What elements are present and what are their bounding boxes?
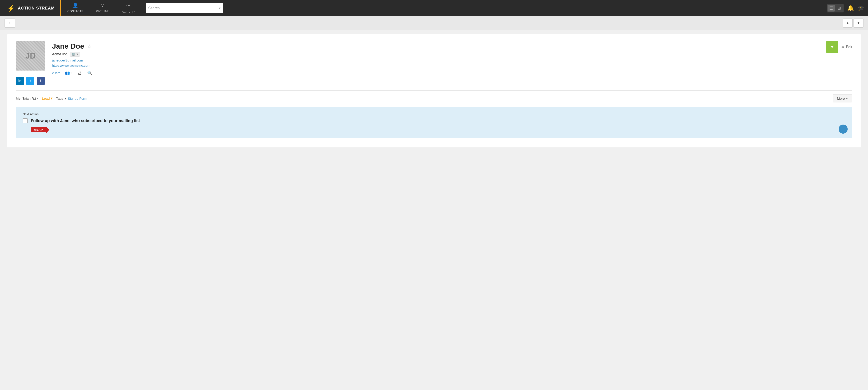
magic-button[interactable]: ✦ [826,41,838,53]
nav-contacts-label: CONTACTS [67,9,84,13]
lead-button[interactable]: Lead ▾ [42,96,53,100]
nav-pipeline[interactable]: ⋎ PIPELINE [90,0,116,16]
brand-name: ACTION STREAM [18,6,55,11]
nav-arrows: ▲ ▼ [843,19,864,28]
nav-right: ☰ ⊞ 🔔 🎓 [827,4,864,12]
add-contact-button[interactable]: 👥+ [64,70,73,77]
brand-icon: ⚡ [7,4,15,12]
magic-icon: ✦ [830,44,834,50]
contact-info: Jane Doe ☆ Acme Inc. 🏢 ▾ janedoe@gmail.c… [52,41,819,77]
next-button[interactable]: ▼ [854,19,864,28]
contact-actions-row: vCard 👥+ 🖨 🔍 [52,70,819,77]
nav-activity[interactable]: 〜 ACTIVITY [116,0,142,16]
lead-caret-icon: ▾ [51,96,53,100]
nav-activity-label: ACTIVITY [122,10,135,13]
toolbar: ← ▲ ▼ [0,16,868,30]
contact-website[interactable]: https://www.acmeinc.com [52,63,819,67]
back-button[interactable]: ← [4,19,16,28]
divider [16,90,852,91]
action-checkbox[interactable] [23,118,28,123]
grid-view-button[interactable]: ⊞ [836,5,843,11]
main-content: JD in t f Jane Doe ☆ Acme Inc. 🏢 ▾ janed… [7,34,861,147]
company-button[interactable]: 🏢 ▾ [70,52,80,57]
contact-name: Jane Doe [52,42,84,51]
help-button[interactable]: 🎓 [858,5,864,11]
lead-label: Lead [42,96,50,100]
search-dropdown-button[interactable]: ▾ [219,6,221,10]
status-left: Me (Brian R.) ▾ Lead ▾ Tags ▾ Signup For… [16,96,87,100]
prev-button[interactable]: ▲ [843,19,852,28]
company-name: Acme Inc. [52,52,68,56]
twitter-icon[interactable]: t [26,77,34,85]
add-contact-icon: 👥+ [65,71,72,75]
tags-row: Tags ▾ Signup Form [56,96,87,100]
pencil-icon: ✏ [842,45,844,49]
view-toggle: ☰ ⊞ [827,4,844,12]
activity-icon: 〜 [126,2,131,8]
contact-name-row: Jane Doe ☆ [52,42,819,51]
brand: ⚡ ACTION STREAM [4,0,61,16]
asap-badge: ASAP [31,127,46,132]
contact-header-right: ✦ ✏ Edit [826,41,852,53]
search-bar: ▾ [146,3,223,13]
owner-caret-icon: ▾ [37,97,38,100]
linkedin-icon[interactable]: in [16,77,24,85]
next-action-text: Follow up with Jane, who subscribed to y… [31,118,140,123]
next-action-label: Next Action [23,112,845,116]
status-row: Me (Brian R.) ▾ Lead ▾ Tags ▾ Signup For… [16,94,852,102]
building-icon: 🏢 [72,53,75,56]
nav-contacts[interactable]: 👤 CONTACTS [61,0,90,16]
tags-caret-icon: ▾ [65,96,66,100]
search-contact-button[interactable]: 🔍 [86,70,93,77]
search-icon: 🔍 [87,71,92,75]
print-icon: 🖨 [78,71,82,75]
more-label: More [837,96,845,100]
nav-items: 👤 CONTACTS ⋎ PIPELINE 〜 ACTIVITY [61,0,142,16]
edit-button[interactable]: ✏ Edit [842,45,852,49]
contact-email[interactable]: janedoe@gmail.com [52,58,819,62]
facebook-icon[interactable]: f [37,77,45,85]
avatar: JD [16,41,45,70]
contacts-icon: 👤 [72,3,78,8]
signup-form-tag[interactable]: Signup Form [68,96,87,100]
next-action-card: Next Action Follow up with Jane, who sub… [16,107,852,138]
social-icons: in t f [16,77,45,85]
notifications-button[interactable]: 🔔 [847,5,854,11]
navbar: ⚡ ACTION STREAM 👤 CONTACTS ⋎ PIPELINE 〜 … [0,0,868,16]
nav-pipeline-label: PIPELINE [96,9,110,13]
vcard-link[interactable]: vCard [52,71,60,75]
pipeline-icon: ⋎ [101,3,104,8]
more-button[interactable]: More ▾ [833,94,852,102]
company-dropdown-icon: ▾ [76,53,78,56]
tags-label: Tags [56,96,63,100]
print-button[interactable]: 🖨 [77,70,83,77]
contact-header: JD in t f Jane Doe ☆ Acme Inc. 🏢 ▾ janed… [16,41,852,85]
favorite-icon[interactable]: ☆ [87,43,92,50]
edit-label: Edit [846,45,852,49]
more-caret-icon: ▾ [846,96,848,100]
add-action-button[interactable]: + [839,125,848,133]
add-icon: + [842,126,845,132]
company-row: Acme Inc. 🏢 ▾ [52,52,819,57]
owner-dropdown[interactable]: Me (Brian R.) ▾ [16,96,38,100]
search-input[interactable] [148,6,217,10]
list-view-button[interactable]: ☰ [828,5,835,11]
owner-name: Me (Brian R.) [16,96,36,100]
next-action-row: Follow up with Jane, who subscribed to y… [23,118,845,123]
